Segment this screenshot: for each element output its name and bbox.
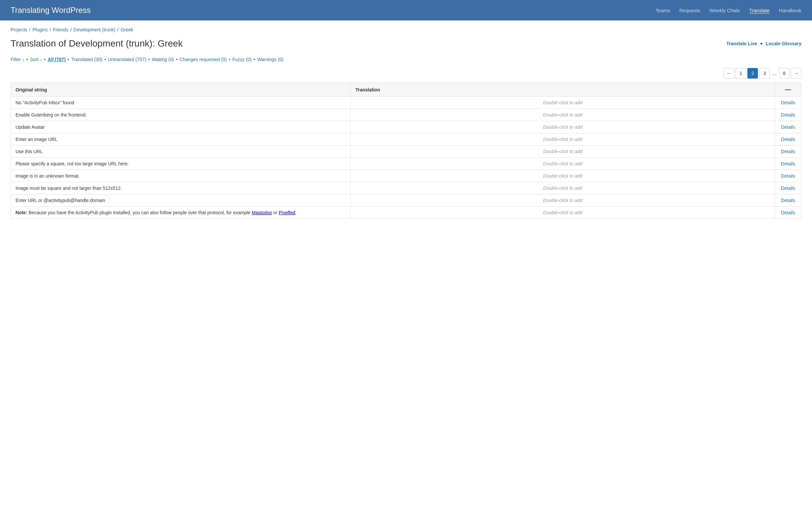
filter-option[interactable]: Untranslated (757) [108,57,146,62]
filter-item-sep: • [104,57,106,62]
details-link[interactable]: Details [781,210,795,215]
table-row: Please specify a square, not too large i… [11,158,801,170]
nav-item-translate[interactable]: Translate [749,8,770,13]
pagination-prev[interactable]: ← [724,68,734,79]
translation-table: Original string Translation — No "Activi… [11,83,801,219]
table-cell-original: Image must be square and not larger than… [11,182,351,194]
table-cell-action: Details [775,206,801,219]
site-header: Translating WordPress TeamsRequestsWeekl… [0,0,812,20]
table-cell-translation[interactable]: Double-click to add [351,206,775,219]
table-row: Enable Gutenberg on the frontend.Double-… [11,109,801,121]
table-row: Image must be square and not larger than… [11,182,801,194]
table-cell-translation[interactable]: Double-click to add [351,182,775,194]
pagination-page-1[interactable]: 1 [735,68,746,79]
pagination-page-2[interactable]: 2 [747,68,758,79]
table-cell-translation[interactable]: Double-click to add [351,146,775,158]
breadcrumb-separator: / [117,27,119,32]
pagination-dots: ... [771,71,778,76]
details-link[interactable]: Details [781,112,795,117]
table-cell-action: Details [775,158,801,170]
original-text: Note: Because you have the ActivityPub p… [15,210,296,215]
details-link[interactable]: Details [781,161,795,166]
title-actions: Translate Live • Locale Glossary [726,40,801,47]
col-header-translation: Translation [351,83,775,97]
pagination-next[interactable]: → [791,68,801,79]
table-cell-translation[interactable]: Double-click to add [351,97,775,109]
locale-glossary-link[interactable]: Locale Glossary [766,41,801,46]
filter-option[interactable]: Warnings (0) [257,57,283,62]
filter-option[interactable]: Fuzzy (0) [232,57,251,62]
table-cell-action: Details [775,182,801,194]
details-link[interactable]: Details [781,124,795,130]
table-cell-translation[interactable]: Double-click to add [351,158,775,170]
table-cell-translation[interactable]: Double-click to add [351,133,775,146]
original-text: Enter URL or @activitypub@handle.domain [15,198,105,203]
details-link[interactable]: Details [781,149,795,154]
sort-button[interactable]: Sort ↓ [30,57,42,62]
table-cell-original: Enable Gutenberg on the frontend. [11,109,351,121]
filter-option[interactable]: Changes requested (0) [180,57,227,62]
table-cell-action: Details [775,146,801,158]
table-cell-action: Details [775,121,801,133]
pagination: ←123...8→ [11,68,801,79]
translate-live-link[interactable]: Translate Live [726,41,757,46]
table-cell-original: No "ActivityPub Inbox" found [11,97,351,109]
table-cell-action: Details [775,170,801,182]
col-header-dash: — [775,83,801,97]
table-row: Enter URL or @activitypub@handle.domainD… [11,194,801,206]
table-cell-translation[interactable]: Double-click to add [351,194,775,206]
details-link[interactable]: Details [781,100,795,105]
table-row: No "ActivityPub Inbox" foundDouble-click… [11,97,801,109]
original-text: Enter an image URL [15,137,58,142]
details-link[interactable]: Details [781,137,795,142]
breadcrumb-separator: / [29,27,31,32]
breadcrumb-separator: / [49,27,51,32]
table-header-row: Original string Translation — [11,83,801,97]
breadcrumb-item[interactable]: Greek [121,27,133,32]
original-text: Update Avatar [15,124,44,130]
filter-item-sep: • [176,57,178,62]
pagination-page-last[interactable]: 8 [779,68,790,79]
table-cell-translation[interactable]: Double-click to add [351,109,775,121]
table-cell-original: Use this URL [11,146,351,158]
table-cell-original: Note: Because you have the ActivityPub p… [11,206,351,219]
page-title: Translation of Development (trunk): Gree… [11,38,183,49]
main-content: Projects/Plugins/Friends/Development (tr… [0,20,812,226]
details-link[interactable]: Details [781,173,795,179]
filter-sep-2: • [44,57,45,62]
original-text: Image must be square and not larger than… [15,185,122,191]
breadcrumb-item[interactable]: Development (trunk) [74,27,115,32]
table-cell-translation[interactable]: Double-click to add [351,121,775,133]
breadcrumb-item[interactable]: Plugins [32,27,47,32]
site-title: Translating WordPress [11,6,91,15]
filter-sep-1: • [26,57,28,62]
table-cell-action: Details [775,109,801,121]
details-link[interactable]: Details [781,185,795,191]
filter-option[interactable]: Waiting (0) [152,57,174,62]
breadcrumb-separator: / [70,27,72,32]
original-text: Use this URL [15,149,42,154]
filter-option[interactable]: All (787) [47,57,65,62]
table-cell-translation[interactable]: Double-click to add [351,170,775,182]
nav-item-handbook[interactable]: Handbook [779,8,801,13]
details-link[interactable]: Details [781,198,795,203]
pagination-page-3[interactable]: 3 [759,68,770,79]
table-row: Update AvatarDouble-click to addDetails [11,121,801,133]
em-dash: — [785,86,791,93]
filter-item-sep: • [253,57,255,62]
original-text: Image is in an unknown format. [15,173,80,179]
nav-item-teams[interactable]: Teams [655,8,670,13]
nav-item-requests[interactable]: Requests [679,8,700,13]
breadcrumb-item[interactable]: Projects [11,27,27,32]
filter-option[interactable]: Translated (30) [71,57,102,62]
filter-bar: Filter ↓•Sort ↓•All (787)•Translated (30… [11,57,801,62]
filter-item-sep: • [68,57,69,62]
table-row: Note: Because you have the ActivityPub p… [11,206,801,219]
original-text: Please specify a square, not too large i… [15,161,129,166]
breadcrumb-item[interactable]: Friends [53,27,68,32]
nav-item-weekly-chats[interactable]: Weekly Chats [709,8,740,13]
table-cell-action: Details [775,194,801,206]
filter-button[interactable]: Filter ↓ [11,57,24,62]
table-cell-original: Image is in an unknown format. [11,170,351,182]
col-header-original: Original string [11,83,351,97]
